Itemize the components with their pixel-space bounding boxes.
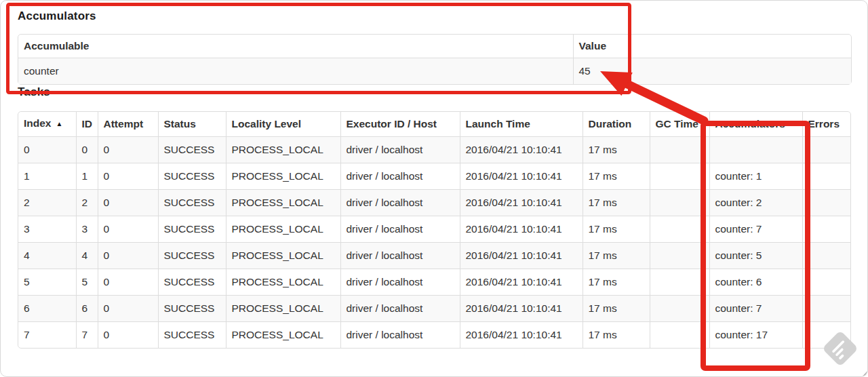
column-header-index[interactable]: Index▲ xyxy=(18,112,76,137)
cell-gc-time xyxy=(650,269,709,296)
cell-executor-id-host: driver / localhost xyxy=(340,137,460,163)
cell-gc-time xyxy=(650,216,709,243)
cell-status: SUCCESS xyxy=(158,216,226,243)
column-header-locality-level[interactable]: Locality Level xyxy=(226,112,340,137)
cell-errors xyxy=(802,137,850,163)
cell-errors xyxy=(802,190,850,216)
cell-executor-id-host: driver / localhost xyxy=(340,216,460,243)
table-row: 110SUCCESSPROCESS_LOCALdriver / localhos… xyxy=(18,163,850,190)
table-row: 550SUCCESSPROCESS_LOCALdriver / localhos… xyxy=(18,269,850,296)
column-header-value[interactable]: Value xyxy=(573,35,851,58)
cell-accumulators: counter: 5 xyxy=(709,243,802,269)
cell-launch-time: 2016/04/21 10:10:41 xyxy=(460,137,583,163)
cell-errors xyxy=(802,216,850,243)
cell-id: 1 xyxy=(76,163,98,190)
cell-launch-time: 2016/04/21 10:10:41 xyxy=(460,243,583,269)
cell-errors xyxy=(802,296,850,322)
accumulators-header-row: AccumulableValue xyxy=(18,35,851,58)
cell-gc-time xyxy=(650,163,709,190)
cell-index: 6 xyxy=(18,296,76,322)
column-header-executor-id-host[interactable]: Executor ID / Host xyxy=(340,112,460,137)
cell-accumulable: counter xyxy=(18,58,573,85)
cell-index: 7 xyxy=(18,322,76,349)
tasks-table-wrap: Index▲IDAttemptStatusLocality LevelExecu… xyxy=(18,111,851,349)
cell-executor-id-host: driver / localhost xyxy=(340,322,460,349)
cell-index: 2 xyxy=(18,190,76,216)
cell-attempt: 0 xyxy=(98,243,158,269)
cell-accumulators: counter: 1 xyxy=(709,163,802,190)
cell-accumulators xyxy=(709,137,802,163)
cell-attempt: 0 xyxy=(98,322,158,349)
cell-locality-level: PROCESS_LOCAL xyxy=(226,190,340,216)
tasks-header-row: Index▲IDAttemptStatusLocality LevelExecu… xyxy=(18,112,850,137)
cell-accumulators: counter: 17 xyxy=(709,322,802,349)
spark-stage-detail-page: Accumulators AccumulableValue counter45 … xyxy=(0,0,868,377)
cell-index: 0 xyxy=(18,137,76,163)
cell-accumulators: counter: 6 xyxy=(709,269,802,296)
table-row: 220SUCCESSPROCESS_LOCALdriver / localhos… xyxy=(18,190,850,216)
cell-id: 4 xyxy=(76,243,98,269)
accumulators-heading: Accumulators xyxy=(18,9,867,23)
cell-attempt: 0 xyxy=(98,163,158,190)
column-header-gc-time[interactable]: GC Time xyxy=(650,112,709,137)
cell-id: 2 xyxy=(76,190,98,216)
cell-index: 5 xyxy=(18,269,76,296)
cell-locality-level: PROCESS_LOCAL xyxy=(226,296,340,322)
cell-locality-level: PROCESS_LOCAL xyxy=(226,137,340,163)
cell-duration: 17 ms xyxy=(583,296,650,322)
table-row: 770SUCCESSPROCESS_LOCALdriver / localhos… xyxy=(18,322,850,349)
cell-errors xyxy=(802,163,850,190)
column-header-accumulators[interactable]: Accumulators xyxy=(709,112,802,137)
cell-gc-time xyxy=(650,137,709,163)
cell-launch-time: 2016/04/21 10:10:41 xyxy=(460,216,583,243)
column-header-status[interactable]: Status xyxy=(158,112,226,137)
cell-locality-level: PROCESS_LOCAL xyxy=(226,322,340,349)
table-row: 440SUCCESSPROCESS_LOCALdriver / localhos… xyxy=(18,243,850,269)
cell-launch-time: 2016/04/21 10:10:41 xyxy=(460,322,583,349)
accumulators-table-body: counter45 xyxy=(18,58,851,85)
column-header-attempt[interactable]: Attempt xyxy=(98,112,158,137)
cell-gc-time xyxy=(650,296,709,322)
cell-executor-id-host: driver / localhost xyxy=(340,296,460,322)
cell-id: 5 xyxy=(76,269,98,296)
cell-index: 4 xyxy=(18,243,76,269)
cell-id: 3 xyxy=(76,216,98,243)
cell-index: 3 xyxy=(18,216,76,243)
cell-errors xyxy=(802,322,850,349)
cell-attempt: 0 xyxy=(98,190,158,216)
column-header-errors[interactable]: Errors xyxy=(802,112,850,137)
cell-accumulators: counter: 7 xyxy=(709,216,802,243)
column-header-duration[interactable]: Duration xyxy=(583,112,650,137)
cell-duration: 17 ms xyxy=(583,163,650,190)
cell-status: SUCCESS xyxy=(158,269,226,296)
cell-launch-time: 2016/04/21 10:10:41 xyxy=(460,190,583,216)
cell-launch-time: 2016/04/21 10:10:41 xyxy=(460,269,583,296)
cell-locality-level: PROCESS_LOCAL xyxy=(226,163,340,190)
cell-attempt: 0 xyxy=(98,296,158,322)
sort-asc-icon: ▲ xyxy=(56,120,62,127)
cell-gc-time xyxy=(650,322,709,349)
cell-launch-time: 2016/04/21 10:10:41 xyxy=(460,296,583,322)
tasks-heading: Tasks xyxy=(18,85,867,99)
cell-gc-time xyxy=(650,243,709,269)
cell-id: 0 xyxy=(76,137,98,163)
table-row: counter45 xyxy=(18,58,851,85)
cell-duration: 17 ms xyxy=(583,322,650,349)
cell-accumulators: counter: 2 xyxy=(709,190,802,216)
accumulators-table-wrap: AccumulableValue counter45 xyxy=(18,34,852,85)
cell-index: 1 xyxy=(18,163,76,190)
cell-status: SUCCESS xyxy=(158,322,226,349)
column-header-launch-time[interactable]: Launch Time xyxy=(460,112,583,137)
cell-attempt: 0 xyxy=(98,216,158,243)
cell-status: SUCCESS xyxy=(158,190,226,216)
cell-status: SUCCESS xyxy=(158,163,226,190)
cell-launch-time: 2016/04/21 10:10:41 xyxy=(460,163,583,190)
corner-cursor-icon xyxy=(861,370,868,377)
cell-duration: 17 ms xyxy=(583,243,650,269)
column-header-accumulable[interactable]: Accumulable xyxy=(18,35,573,58)
column-header-id[interactable]: ID xyxy=(76,112,98,137)
cell-status: SUCCESS xyxy=(158,243,226,269)
cell-status: SUCCESS xyxy=(158,137,226,163)
cell-duration: 17 ms xyxy=(583,137,650,163)
cell-value: 45 xyxy=(573,58,851,85)
